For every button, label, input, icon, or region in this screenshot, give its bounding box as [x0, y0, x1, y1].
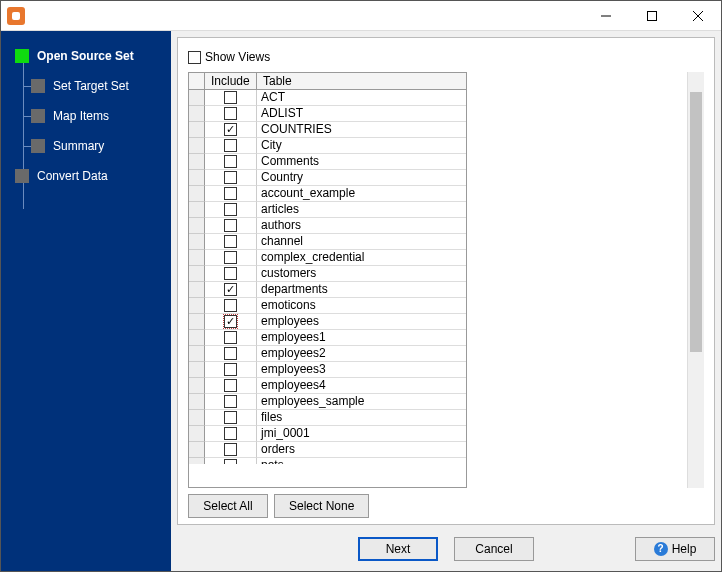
- table-name-cell[interactable]: ACT: [257, 90, 466, 106]
- table-row[interactable]: employees4: [189, 378, 466, 394]
- include-cell[interactable]: [205, 122, 257, 138]
- include-checkbox[interactable]: [224, 203, 237, 216]
- select-all-button[interactable]: Select All: [188, 494, 268, 518]
- include-cell[interactable]: [205, 138, 257, 154]
- include-checkbox[interactable]: [224, 411, 237, 424]
- table-row[interactable]: articles: [189, 202, 466, 218]
- table-name-cell[interactable]: authors: [257, 218, 466, 234]
- include-checkbox[interactable]: [224, 107, 237, 120]
- table-name-cell[interactable]: channel: [257, 234, 466, 250]
- table-name-cell[interactable]: employees4: [257, 378, 466, 394]
- include-cell[interactable]: [205, 218, 257, 234]
- table-name-cell[interactable]: account_example: [257, 186, 466, 202]
- table-row[interactable]: customers: [189, 266, 466, 282]
- table-row[interactable]: employees_sample: [189, 394, 466, 410]
- row-header-cell[interactable]: [189, 138, 205, 154]
- table-header[interactable]: Table: [257, 73, 466, 90]
- row-header-cell[interactable]: [189, 458, 205, 464]
- row-header-cell[interactable]: [189, 154, 205, 170]
- include-cell[interactable]: [205, 186, 257, 202]
- include-cell[interactable]: [205, 170, 257, 186]
- table-name-cell[interactable]: employees3: [257, 362, 466, 378]
- table-row[interactable]: ADLIST: [189, 106, 466, 122]
- include-checkbox[interactable]: [224, 91, 237, 104]
- table-name-cell[interactable]: files: [257, 410, 466, 426]
- include-cell[interactable]: [205, 106, 257, 122]
- include-cell[interactable]: [205, 234, 257, 250]
- row-header-cell[interactable]: [189, 330, 205, 346]
- table-row[interactable]: employees: [189, 314, 466, 330]
- include-checkbox[interactable]: [224, 283, 237, 296]
- table-row[interactable]: Comments: [189, 154, 466, 170]
- row-header-cell[interactable]: [189, 186, 205, 202]
- row-header-cell[interactable]: [189, 170, 205, 186]
- row-header-cell[interactable]: [189, 218, 205, 234]
- sidebar-item-set-target-set[interactable]: Set Target Set: [31, 71, 171, 101]
- show-views-checkbox[interactable]: [188, 51, 201, 64]
- table-row[interactable]: employees2: [189, 346, 466, 362]
- table-row[interactable]: files: [189, 410, 466, 426]
- table-name-cell[interactable]: pets: [257, 458, 466, 464]
- include-cell[interactable]: [205, 346, 257, 362]
- table-row[interactable]: City: [189, 138, 466, 154]
- include-checkbox[interactable]: [224, 443, 237, 456]
- table-row[interactable]: employees1: [189, 330, 466, 346]
- table-name-cell[interactable]: employees: [257, 314, 466, 330]
- sidebar-item-summary[interactable]: Summary: [31, 131, 171, 161]
- table-row[interactable]: complex_credential: [189, 250, 466, 266]
- table-name-cell[interactable]: complex_credential: [257, 250, 466, 266]
- table-name-cell[interactable]: emoticons: [257, 298, 466, 314]
- include-checkbox[interactable]: [224, 251, 237, 264]
- include-cell[interactable]: [205, 202, 257, 218]
- row-header-cell[interactable]: [189, 202, 205, 218]
- table-row[interactable]: pets: [189, 458, 466, 464]
- table-name-cell[interactable]: ADLIST: [257, 106, 466, 122]
- table-row[interactable]: employees3: [189, 362, 466, 378]
- include-cell[interactable]: [205, 426, 257, 442]
- row-header-cell[interactable]: [189, 314, 205, 330]
- sidebar-item-map-items[interactable]: Map Items: [31, 101, 171, 131]
- include-checkbox[interactable]: [224, 379, 237, 392]
- row-header-cell[interactable]: [189, 250, 205, 266]
- include-checkbox[interactable]: [224, 331, 237, 344]
- include-cell[interactable]: [205, 458, 257, 464]
- table-name-cell[interactable]: Country: [257, 170, 466, 186]
- table-row[interactable]: ACT: [189, 90, 466, 106]
- row-header-cell[interactable]: [189, 362, 205, 378]
- table-name-cell[interactable]: Comments: [257, 154, 466, 170]
- row-header-cell[interactable]: [189, 394, 205, 410]
- include-cell[interactable]: [205, 250, 257, 266]
- row-header-cell[interactable]: [189, 266, 205, 282]
- row-header-cell[interactable]: [189, 90, 205, 106]
- table-name-cell[interactable]: departments: [257, 282, 466, 298]
- table-row[interactable]: authors: [189, 218, 466, 234]
- row-header-cell[interactable]: [189, 234, 205, 250]
- include-cell[interactable]: [205, 314, 257, 330]
- include-cell[interactable]: [205, 282, 257, 298]
- sidebar-item-convert-data[interactable]: Convert Data: [15, 161, 171, 191]
- include-cell[interactable]: [205, 362, 257, 378]
- table-row[interactable]: emoticons: [189, 298, 466, 314]
- vertical-scrollbar[interactable]: [687, 72, 704, 488]
- close-button[interactable]: [675, 1, 721, 31]
- minimize-button[interactable]: [583, 1, 629, 31]
- table-row[interactable]: account_example: [189, 186, 466, 202]
- include-header[interactable]: Include: [205, 73, 257, 90]
- table-row[interactable]: orders: [189, 442, 466, 458]
- maximize-button[interactable]: [629, 1, 675, 31]
- include-cell[interactable]: [205, 330, 257, 346]
- include-checkbox[interactable]: [224, 315, 237, 328]
- scrollbar-thumb[interactable]: [690, 92, 702, 352]
- table-name-cell[interactable]: City: [257, 138, 466, 154]
- table-row[interactable]: departments: [189, 282, 466, 298]
- include-checkbox[interactable]: [224, 235, 237, 248]
- include-checkbox[interactable]: [224, 139, 237, 152]
- table-name-cell[interactable]: COUNTRIES: [257, 122, 466, 138]
- include-checkbox[interactable]: [224, 347, 237, 360]
- next-button[interactable]: Next: [358, 537, 438, 561]
- table-name-cell[interactable]: jmi_0001: [257, 426, 466, 442]
- include-cell[interactable]: [205, 410, 257, 426]
- include-checkbox[interactable]: [224, 427, 237, 440]
- include-checkbox[interactable]: [224, 219, 237, 232]
- row-header-cell[interactable]: [189, 426, 205, 442]
